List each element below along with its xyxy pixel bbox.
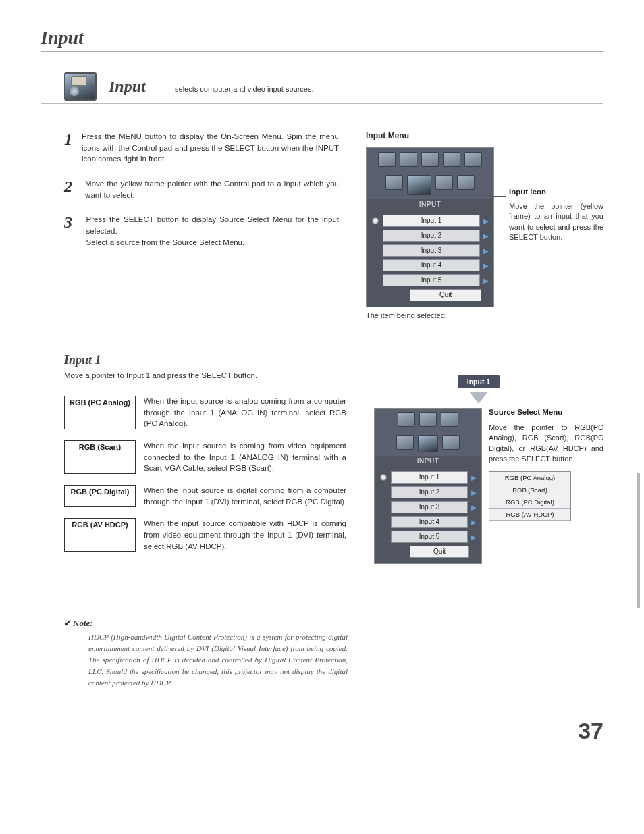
osd-item-label: Input 2: [383, 230, 480, 242]
osd-item-label: Input 4: [383, 259, 480, 271]
ssm-caption: Move the pointer to RGB(PC Analog), RGB …: [489, 423, 603, 465]
osd-item-input3[interactable]: Input 3▶: [379, 500, 477, 515]
radio-dot-icon: [372, 217, 379, 224]
osd-item-input5[interactable]: Input 5▶: [379, 529, 477, 544]
input-icon-callout-text: Move the pointer (yellow frame) to an in…: [509, 201, 603, 243]
note-heading-text: Note:: [73, 618, 93, 628]
source-select-menu: RGB (PC Analog) RGB (Scart) RGB (PC Digi…: [489, 471, 571, 521]
step-number: 2: [64, 178, 76, 201]
step-text: Move the yellow frame pointer with the C…: [85, 178, 339, 201]
osd-item-label: Input 1: [383, 215, 480, 227]
ssm-item-av-hdcp[interactable]: RGB (AV HDCP): [489, 509, 570, 521]
input-menu-heading: Input Menu: [366, 131, 603, 140]
chevron-right-icon: ▶: [471, 504, 477, 511]
step-3: 3 Press the SELECT button to display Sou…: [64, 214, 339, 248]
osd-input-icon: [418, 435, 438, 452]
step-2: 2 Move the yellow frame pointer with the…: [64, 178, 339, 201]
selected-item-caption: The item being selected.: [366, 311, 603, 319]
osd-small-icon: [457, 175, 475, 190]
option-text: When the input source compatible with HD…: [144, 518, 346, 552]
osd-list: Input 1 ▶ Input 2 ▶ Input 3 ▶: [367, 211, 493, 307]
osd-item-input5[interactable]: Input 5 ▶: [371, 273, 489, 288]
chevron-right-icon: ▶: [471, 533, 477, 541]
steps-column: 1 Press the MENU button to display the O…: [64, 131, 339, 319]
callout-line: [487, 196, 506, 197]
chevron-right-icon: ▶: [483, 262, 489, 269]
section-subtitle: selects computer and video input sources…: [175, 85, 313, 93]
input1-badge: Input 1: [458, 375, 500, 388]
osd-list: Input 1 ▶ Input 2▶ Input 3▶ Input 4▶ Inp…: [375, 467, 481, 563]
osd-small-icon: [396, 435, 414, 450]
check-icon: ✔: [64, 618, 72, 628]
down-arrow-icon: [469, 392, 488, 404]
option-label: RGB (PC Analog): [64, 396, 136, 429]
page-number: 37: [41, 718, 603, 744]
osd-item-label: Input 4: [391, 516, 468, 528]
osd-item-input1[interactable]: Input 1 ▶: [371, 213, 489, 228]
osd-small-icon: [378, 152, 396, 167]
osd-item-input3[interactable]: Input 3 ▶: [371, 243, 489, 258]
chevron-right-icon: ▶: [471, 519, 477, 526]
osd-small-icon: [421, 152, 439, 167]
osd-item-input2[interactable]: Input 2▶: [379, 485, 477, 500]
osd-small-icon: [398, 412, 415, 427]
footer-divider: [41, 716, 603, 716]
osd-item-input1[interactable]: Input 1 ▶: [379, 470, 477, 485]
osd-label: INPUT: [367, 199, 493, 211]
osd-small-icon: [442, 435, 460, 450]
input1-title: Input 1: [64, 353, 603, 367]
ssm-item-pc-analog[interactable]: RGB (PC Analog): [489, 472, 570, 484]
side-tab-bar: [637, 473, 640, 608]
osd-input-menu: INPUT Input 1 ▶ Input 2 ▶ Input 3: [366, 147, 494, 307]
osd-input-menu-small: INPUT Input 1 ▶ Input 2▶ Input 3▶ Input …: [374, 408, 482, 564]
osd-small-icon: [419, 412, 437, 427]
note-heading: ✔Note:: [64, 618, 348, 629]
osd-iconbar: [375, 409, 481, 456]
illustration-column: Input Menu INPUT: [366, 131, 603, 319]
chevron-right-icon: ▶: [483, 232, 489, 240]
osd-label: INPUT: [375, 456, 481, 467]
osd-iconbar: [367, 148, 493, 199]
osd-item-label: Input 2: [391, 486, 468, 498]
input-icon-callout-title: Input icon: [509, 188, 603, 196]
option-text: When the input source is coming from vid…: [144, 440, 346, 474]
osd-item-label: Input 5: [391, 531, 468, 543]
step-number: 1: [64, 131, 72, 165]
input1-illustration-column: Input 1 INPUT Input 1: [374, 396, 603, 564]
chevron-right-icon: ▶: [483, 247, 489, 255]
option-label: RGB (AV HDCP): [64, 518, 136, 552]
osd-item-input4[interactable]: Input 4 ▶: [371, 258, 489, 273]
osd-item-label: Input 1: [391, 471, 468, 484]
option-text: When the input source is digital coming …: [144, 485, 346, 507]
osd-item-label: Input 3: [391, 501, 468, 513]
osd-small-icon: [464, 152, 482, 167]
osd-small-icon: [435, 175, 453, 190]
osd-small-icon: [385, 175, 403, 190]
page-title: Input: [41, 27, 603, 52]
chevron-right-icon: ▶: [471, 474, 477, 481]
osd-item-quit[interactable]: Quit: [379, 544, 477, 559]
step-text: Press the SELECT button to display Sourc…: [86, 214, 339, 248]
step-1: 1 Press the MENU button to display the O…: [64, 131, 339, 165]
ssm-heading: Source Select Menu: [489, 408, 603, 416]
ssm-item-scart[interactable]: RGB (Scart): [489, 484, 570, 496]
osd-item-quit[interactable]: Quit: [371, 288, 489, 303]
option-rgb-pc-analog: RGB (PC Analog) When the input source is…: [64, 396, 347, 429]
option-label: RGB (PC Digital): [64, 485, 136, 507]
radio-dot-icon: [380, 474, 387, 481]
chevron-right-icon: ▶: [483, 277, 489, 284]
osd-item-label: Quit: [410, 546, 469, 558]
osd-item-label: Quit: [410, 289, 481, 301]
option-label: RGB (Scart): [64, 440, 136, 474]
input1-options-column: RGB (PC Analog) When the input source is…: [41, 396, 347, 564]
section-title: Input: [109, 78, 146, 95]
ssm-item-pc-digital[interactable]: RGB (PC Digital): [489, 496, 570, 509]
note-body: HDCP (High-bandwidth Digital Content Pro…: [64, 631, 348, 689]
option-rgb-pc-digital: RGB (PC Digital) When the input source i…: [64, 485, 347, 507]
chevron-right-icon: ▶: [483, 217, 489, 225]
option-text: When the input source is analog coming f…: [144, 396, 346, 429]
option-rgb-av-hdcp: RGB (AV HDCP) When the input source comp…: [64, 518, 347, 552]
osd-small-icon: [400, 152, 417, 167]
osd-item-input4[interactable]: Input 4▶: [379, 515, 477, 529]
osd-item-input2[interactable]: Input 2 ▶: [371, 228, 489, 243]
